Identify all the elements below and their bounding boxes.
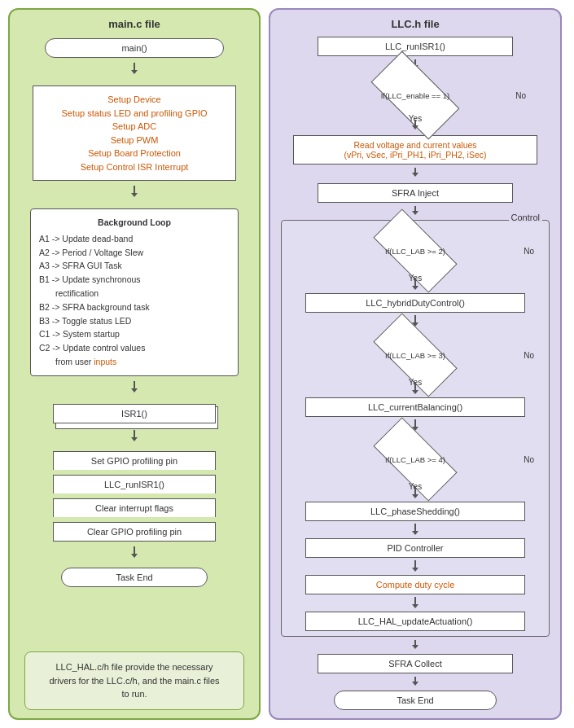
llc-run-isr-label: LLC_runISR1()	[385, 42, 445, 51]
r-arrow10	[414, 524, 416, 532]
background-loop-box: Background Loop A1 -> Update dead-band A…	[30, 208, 239, 376]
no4-label: No	[524, 454, 534, 463]
control-box: Control If(LLC_LAB >= 2) No Yes LLC_hybr…	[281, 220, 550, 637]
isr1-wrapper: ISR1()	[53, 404, 216, 423]
set-gpio-label: Set GPIO profiling pin	[91, 456, 177, 466]
r-arrow2	[414, 120, 416, 126]
diamond4-wrap: If(LLC_LAB >= 4) No Yes	[293, 436, 537, 483]
sfra-inject-box: SFRA Inject	[318, 183, 513, 203]
main-func-box: main()	[45, 38, 224, 58]
no2-label: No	[524, 246, 534, 255]
arrow1	[134, 63, 135, 71]
r-arrow7	[414, 383, 416, 391]
r-arrow8	[414, 419, 416, 428]
r-arrow14	[414, 677, 416, 683]
llc-hal-label: LLC_HAL_updateActuation()	[358, 616, 473, 626]
r-arrow11	[414, 560, 416, 568]
llc-hal-box: LLC_HAL_updateActuation()	[305, 612, 525, 631]
note-box: LLC_HAL.c/h file provide the necessarydr…	[24, 651, 244, 710]
task-end-label-right: Task End	[397, 695, 433, 705]
r-arrow5	[414, 278, 416, 287]
clear-gpio-label: Clear GPIO profiling pin	[87, 527, 182, 537]
clear-flags-label: Clear interrupt flags	[95, 503, 173, 513]
r-arrow3	[414, 168, 416, 174]
current-bal-box: LLC_currentBalancing()	[305, 397, 525, 417]
clear-flags-box: Clear interrupt flags	[53, 498, 216, 517]
phase-shed-box: LLC_phaseShedding()	[305, 502, 525, 521]
task-end-box-left: Task End	[61, 568, 208, 587]
arrow4	[134, 430, 135, 438]
compute-duty-label: Compute duty cycle	[376, 580, 455, 590]
read-voltage-box: Read voltage and current values (vPri, v…	[293, 135, 537, 164]
right-panel-title: LLC.h file	[391, 18, 439, 30]
r-arrow13	[414, 640, 416, 647]
arrow3	[134, 381, 135, 389]
sfra-inject-label: SFRA Inject	[392, 188, 439, 198]
r-arrow9	[414, 487, 416, 495]
task-end-box-right: Task End	[334, 691, 497, 710]
compute-duty-box: Compute duty cycle	[305, 575, 525, 594]
diamond2-wrap: If(LLC_LAB >= 2) No Yes	[293, 227, 537, 274]
left-panel-title: main.c file	[108, 18, 160, 30]
arrow2	[134, 186, 135, 194]
task-end-label-left: Task End	[116, 572, 152, 582]
note-text: LLC_HAL.c/h file provide the necessarydr…	[49, 662, 219, 699]
no3-label: No	[524, 350, 534, 359]
r-arrow6	[414, 315, 416, 323]
diamond1-wrap: If(LLC_enable == 1) No Yes	[301, 77, 529, 115]
llc-run-box: LLC_runISR1()	[53, 475, 216, 493]
hybrid-duty-box: LLC_hybridDutyControl()	[305, 293, 525, 313]
isr1-box: ISR1()	[53, 404, 216, 423]
isr1-label: ISR1()	[121, 409, 147, 419]
r-arrow12	[414, 597, 416, 605]
right-panel: LLC.h file LLC_runISR1() If(LLC_enable =…	[269, 8, 562, 720]
hybrid-duty-label: LLC_hybridDutyControl()	[366, 298, 465, 308]
sfra-collect-box: SFRA Collect	[318, 654, 513, 673]
llc-run-label: LLC_runISR1()	[104, 480, 164, 489]
no1-label: No	[515, 91, 526, 100]
sfra-collect-label: SFRA Collect	[388, 659, 441, 669]
set-gpio-box: Set GPIO profiling pin	[53, 451, 216, 470]
pid-ctrl-label: PID Controller	[387, 543, 443, 553]
phase-shed-label: LLC_phaseShedding()	[370, 507, 460, 516]
main-func-label: main()	[121, 43, 147, 53]
current-bal-label: LLC_currentBalancing()	[368, 402, 462, 412]
clear-gpio-box: Clear GPIO profiling pin	[53, 522, 216, 542]
pid-ctrl-box: PID Controller	[305, 538, 525, 558]
diamond3-wrap: If(LLC_LAB >= 3) No Yes	[293, 331, 537, 379]
control-label: Control	[509, 213, 542, 222]
setup-box: Setup Device Setup status LED and profil…	[33, 86, 236, 181]
llc-run-isr-box: LLC_runISR1()	[318, 37, 513, 56]
r-arrow4	[414, 206, 416, 213]
arrow5	[134, 546, 135, 555]
left-panel: main.c file main() Setup Device Setup st…	[8, 8, 261, 720]
